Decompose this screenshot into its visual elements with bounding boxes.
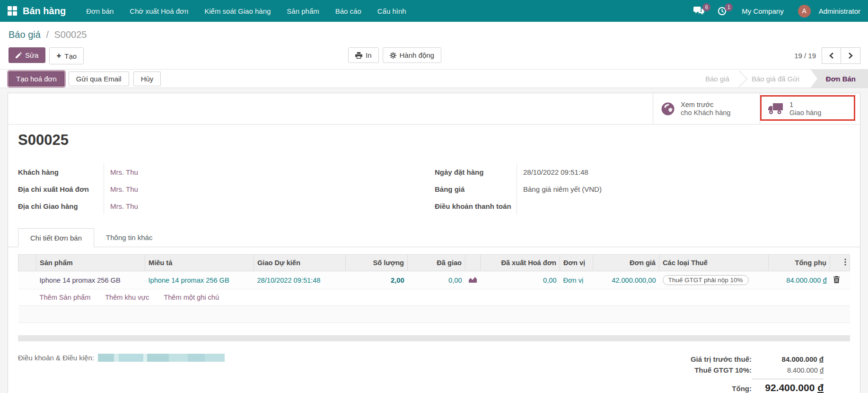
field-pricelist: Bảng giá Bảng giá niêm yết (VND) <box>435 180 850 197</box>
delivery-smart-button[interactable]: 1Giao hàng <box>760 93 860 124</box>
cell-expected-delivery[interactable]: 28/10/2022 09:51:48 <box>254 271 346 289</box>
cell-taxes[interactable]: Thuế GTGT phải nộp 10% <box>659 271 769 289</box>
truck-icon <box>768 102 784 115</box>
pager-next-button[interactable] <box>841 47 860 64</box>
record-title: S00025 <box>18 131 860 149</box>
header-unit-price[interactable]: Đơn giá <box>593 255 659 271</box>
add-note-link[interactable]: Thêm một ghi chú <box>164 294 219 301</box>
payment-terms-value[interactable] <box>517 197 850 214</box>
cell-product[interactable]: Iphone 14 promax 256 GB <box>36 271 145 289</box>
invoice-address-value[interactable]: Mrs. Thu <box>104 180 418 197</box>
cell-invoiced[interactable]: 0,00 <box>481 271 560 289</box>
stage-don-ban-active[interactable]: Đơn Bán <box>811 70 868 88</box>
plus-icon: + <box>56 51 61 61</box>
delivery-label: Giao hàng <box>789 109 821 116</box>
apps-menu-icon[interactable] <box>8 6 17 16</box>
statusbar: Tạo hoá đơn Gửi qua Email Hủy Báo giá Bá… <box>0 69 868 88</box>
grand-total-value: 92.400.000 đ <box>752 379 824 393</box>
table-header-row: Sản phẩm Miêu tả Giao Dự kiến Số lượng Đ… <box>18 255 850 271</box>
header-description[interactable]: Miêu tả <box>145 255 254 271</box>
header-invoiced[interactable]: Đã xuất Hoá đơn <box>481 255 560 271</box>
tab-order-lines[interactable]: Chi tiết Đơn bán <box>18 228 94 247</box>
add-product-link[interactable]: Thêm Sản phẩm <box>40 294 91 301</box>
order-line-row[interactable]: Iphone 14 promax 256 GB Iphone 14 promax… <box>18 271 850 289</box>
right-field-group: Ngày đặt hàng 28/10/2022 09:51:48 Bảng g… <box>435 163 850 214</box>
delivery-address-label: Địa chỉ Giao hàng <box>18 197 104 214</box>
tax-amount-value: 8.400.000 đ <box>752 366 824 374</box>
left-field-group: Khách hàng Mrs. Thu Địa chỉ xuất Hoá đơn… <box>18 163 418 214</box>
grand-total-row: Tổng: 92.400.000 đ <box>667 377 824 393</box>
tax-tag[interactable]: Thuế GTGT phải nộp 10% <box>663 275 749 285</box>
preview-line2: cho Khách hàng <box>681 109 730 116</box>
sheet-footer: Điều khoản & Điều kiện: Giá trị trước th… <box>8 341 860 393</box>
area-chart-icon <box>469 276 477 283</box>
field-invoice-address: Địa chỉ xuất Hoá đơn Mrs. Thu <box>18 180 418 197</box>
header-quantity[interactable]: Số lượng <box>346 255 408 271</box>
pricelist-label: Bảng giá <box>435 180 517 197</box>
field-delivery-address: Địa chỉ Giao hàng Mrs. Thu <box>18 197 418 214</box>
menu-cau-hinh[interactable]: Cấu hình <box>369 1 414 21</box>
edit-button[interactable]: Sửa <box>9 47 45 63</box>
customer-value[interactable]: Mrs. Thu <box>104 163 418 180</box>
terms-link-redacted[interactable] <box>98 354 225 362</box>
cell-delete[interactable] <box>830 271 850 289</box>
header-product[interactable]: Sản phẩm <box>36 255 145 271</box>
messages-button[interactable]: 6 <box>689 4 709 18</box>
stage-bao-gia-da-gui[interactable]: Báo giá đã Gửi <box>740 70 811 88</box>
action-button[interactable]: Hành động <box>383 47 441 63</box>
cell-subtotal: 84.000.000 đ <box>769 271 830 289</box>
app-name[interactable]: Bán hàng <box>23 6 66 17</box>
cell-description[interactable]: Iphone 14 promax 256 GB <box>145 271 254 289</box>
field-payment-terms: Điều khoản thanh toán <box>435 197 850 214</box>
activities-badge: 1 <box>725 3 733 11</box>
field-customer: Khách hàng Mrs. Thu <box>18 163 418 180</box>
cancel-button[interactable]: Hủy <box>133 71 161 86</box>
create-invoice-button[interactable]: Tạo hoá đơn <box>9 71 64 86</box>
activities-button[interactable]: 1 <box>713 4 731 18</box>
menu-cho-xuat-hoa-don[interactable]: Chờ xuất Hoá đơn <box>122 1 196 21</box>
add-section-link[interactable]: Thêm khu vực <box>105 294 149 301</box>
navbar-right: 6 1 My Company A Administrator <box>689 4 860 18</box>
menu-don-ban[interactable]: Đơn bán <box>78 1 122 21</box>
cell-unit-price[interactable]: 42.000.000,00 <box>593 271 659 289</box>
user-menu[interactable]: Administrator <box>819 7 860 15</box>
pager-previous-button[interactable] <box>822 47 841 64</box>
header-expected-delivery[interactable]: Giao Dự kiến <box>254 255 346 271</box>
header-subtotal[interactable]: Tổng phụ <box>769 255 830 271</box>
header-forecast <box>465 255 481 271</box>
breadcrumb-parent-link[interactable]: Báo giá <box>9 29 41 40</box>
cell-forecast[interactable] <box>465 271 481 289</box>
row-handle[interactable] <box>18 271 36 289</box>
create-button[interactable]: + Tạo <box>49 47 84 64</box>
customer-preview-button[interactable]: Xem trướccho Khách hàng <box>653 93 760 124</box>
form-view: Xem trướccho Khách hàng 1Giao hàng S0002… <box>0 88 868 393</box>
header-handle <box>18 255 36 271</box>
cell-delivered[interactable]: 0,00 <box>408 271 465 289</box>
print-button[interactable]: In <box>348 47 379 63</box>
send-by-email-button[interactable]: Gửi qua Email <box>69 71 129 86</box>
breadcrumb: Báo giá / S00025 <box>0 22 868 45</box>
company-switcher[interactable]: My Company <box>735 7 794 15</box>
cell-uom[interactable]: Đơn vị <box>560 271 593 289</box>
chevron-right-icon <box>848 52 853 59</box>
menu-san-pham[interactable]: Sản phẩm <box>279 1 327 21</box>
header-uom[interactable]: Đơn vị <box>560 255 593 271</box>
cell-quantity[interactable]: 2,00 <box>346 271 408 289</box>
pencil-icon <box>16 52 22 58</box>
field-order-date: Ngày đặt hàng 28/10/2022 09:51:48 <box>435 163 850 180</box>
horizontal-scrollbar[interactable] <box>18 335 850 341</box>
user-avatar[interactable]: A <box>798 5 811 18</box>
invoice-address-label: Địa chỉ xuất Hoá đơn <box>18 180 104 197</box>
delivery-address-value[interactable]: Mrs. Thu <box>104 197 418 214</box>
tab-other-info[interactable]: Thông tin khác <box>94 228 164 247</box>
control-panel-buttons: Sửa + Tạo In Hành động 19 / 19 <box>0 45 868 69</box>
menu-bao-cao[interactable]: Báo cáo <box>327 1 369 21</box>
order-date-label: Ngày đặt hàng <box>435 163 517 180</box>
top-navbar: Bán hàng Đơn bán Chờ xuất Hoá đơn Kiểm s… <box>0 0 868 22</box>
header-optional-columns[interactable] <box>830 255 850 271</box>
tax-amount-row: Thuế GTGT 10%: 8.400.000 đ <box>667 365 824 375</box>
tax-amount-label: Thuế GTGT 10%: <box>694 366 752 374</box>
header-delivered[interactable]: Đã giao <box>408 255 465 271</box>
menu-kiem-soat-giao-hang[interactable]: Kiểm soát Giao hàng <box>196 1 279 21</box>
header-taxes[interactable]: Các loại Thuế <box>659 255 769 271</box>
